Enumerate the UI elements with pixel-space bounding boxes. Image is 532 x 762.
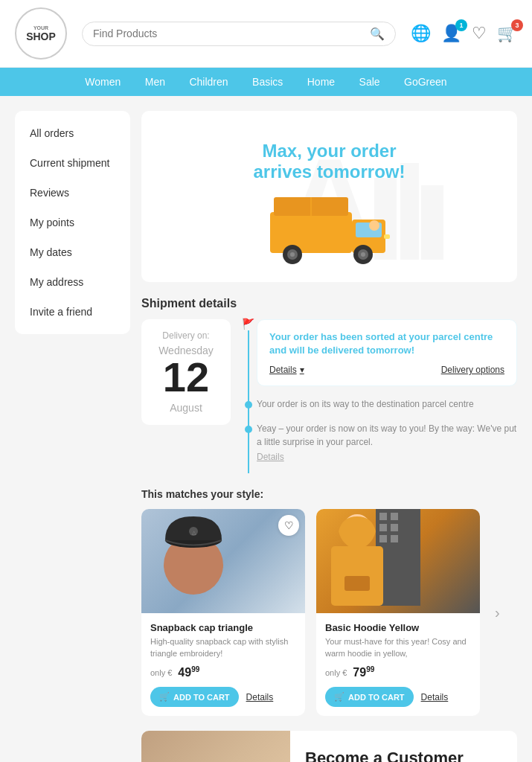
cart-badge: 3 [511, 19, 523, 31]
date-card: Delivery on: Wednesday 12 August [141, 319, 231, 425]
header-icons: 🌐 👤 1 ♡ 🛒 3 [411, 24, 517, 43]
price-cents-1: 99 [366, 665, 374, 673]
svg-rect-24 [379, 524, 387, 531]
price-label-1: only € [325, 668, 347, 677]
user-badge: 1 [455, 19, 467, 31]
svg-rect-25 [391, 524, 398, 531]
product-image-1 [316, 509, 480, 613]
product-price-row-1: only € 7999 [325, 665, 471, 679]
hoodie-illustration [316, 509, 420, 606]
cart-icon: 🛒 [159, 692, 170, 702]
carousel-next-arrow[interactable]: › [491, 601, 504, 625]
shipment-timeline: 🚩 Your order has been sorted at your par… [242, 319, 517, 473]
nav-home[interactable]: Home [307, 76, 335, 88]
order-status-text: arrives tomorrow! [156, 161, 502, 182]
price-label-0: only € [150, 668, 172, 677]
content-area: A Max, your order arrives tomorrow! [141, 111, 517, 762]
status-card: Your order has been sorted at your parce… [257, 319, 517, 386]
price-value-1: 7999 [353, 665, 374, 679]
add-to-cart-button-0[interactable]: 🛒 ADD TO CART [150, 687, 239, 707]
timeline-text-2: Yeay – your order is now on its way to y… [257, 422, 517, 449]
job-section: Become a Customer Happiness Manager We a… [141, 731, 517, 762]
product-price-row-0: only € 4999 [150, 665, 296, 679]
product-name-0: Snapback cap triangle [150, 622, 296, 633]
globe-icon-button[interactable]: 🌐 [411, 24, 431, 43]
status-card-links: Details ▾ Delivery options [269, 365, 504, 375]
greeting-text: Max, your order [156, 141, 502, 161]
product-details-link-0[interactable]: Details [246, 692, 274, 702]
svg-rect-27 [391, 535, 398, 542]
order-banner: A Max, your order arrives tomorrow! [141, 111, 517, 282]
cart-icon-button[interactable]: 🛒 3 [497, 24, 517, 43]
price-value-0: 4999 [178, 665, 199, 679]
timeline-details-link[interactable]: Details [257, 452, 517, 462]
products-title: This matches your style: [141, 488, 517, 500]
nav-men[interactable]: Men [145, 76, 165, 88]
month-name: August [156, 402, 216, 414]
nav-sale[interactable]: Sale [359, 76, 380, 88]
order-greeting: Max, your order arrives tomorrow! [156, 141, 502, 182]
nav-basics[interactable]: Basics [252, 76, 283, 88]
sidebar-item-current-shipment[interactable]: Current shipment [15, 148, 130, 178]
nav-women[interactable]: Women [85, 76, 121, 88]
status-message: Your order has been sorted at your parce… [269, 330, 504, 357]
add-to-cart-button-1[interactable]: 🛒 ADD TO CART [325, 687, 414, 707]
main-content: All orders Current shipment Reviews My p… [0, 96, 532, 762]
logo-your: YOUR [33, 25, 48, 31]
search-icon: 🔍 [370, 27, 385, 41]
products-section: This matches your style: [141, 488, 517, 716]
sidebar-item-my-address[interactable]: My address [15, 267, 130, 297]
timeline-item-active: 🚩 Your order has been sorted at your par… [257, 319, 517, 386]
svg-point-7 [369, 220, 379, 231]
details-link[interactable]: Details ▾ [269, 365, 304, 375]
timeline-dot-2 [245, 426, 252, 433]
product-info-0: Snapback cap triangle High-quality snapb… [141, 613, 305, 716]
timeline-item-1: Your order is on its way to the destinat… [257, 397, 517, 411]
nav-gogreen[interactable]: GoGreen [404, 76, 447, 88]
products-carousel: △ ♡ Snapback cap triangle High-quality s… [141, 509, 517, 716]
chevron-down-icon: ▾ [300, 365, 304, 375]
svg-rect-23 [391, 513, 398, 520]
product-actions-1: 🛒 ADD TO CART Details [325, 687, 471, 707]
shipment-section: Shipment details Delivery on: Wednesday … [141, 297, 517, 473]
delivery-label: Delivery on: [156, 330, 216, 341]
product-actions-0: 🛒 ADD TO CART Details [150, 687, 296, 707]
cart-icon-1: 🛒 [334, 692, 344, 702]
sidebar: All orders Current shipment Reviews My p… [15, 111, 130, 334]
product-name-1: Basic Hoodie Yellow [325, 622, 471, 633]
product-card-0: △ ♡ Snapback cap triangle High-quality s… [141, 509, 305, 716]
job-content: Become a Customer Happiness Manager We a… [290, 731, 517, 762]
sidebar-item-invite-friend[interactable]: Invite a friend [15, 297, 130, 327]
product-card-1: Basic Hoodie Yellow Your must-have for t… [316, 509, 480, 716]
timeline-text-1: Your order is on its way to the destinat… [257, 397, 517, 411]
job-title: Become a Customer Happiness Manager [305, 749, 502, 762]
snapback-illustration: △ [141, 509, 246, 606]
sidebar-item-all-orders[interactable]: All orders [15, 118, 130, 148]
logo: YOUR SHOP [15, 7, 67, 60]
svg-rect-30 [344, 576, 370, 591]
search-input[interactable] [93, 28, 370, 39]
delivery-options-link[interactable]: Delivery options [441, 365, 504, 375]
svg-point-15 [361, 252, 365, 257]
svg-rect-26 [379, 535, 387, 542]
timeline-item-2: Yeay – your order is now on its way to y… [257, 422, 517, 462]
search-bar: 🔍 [82, 22, 396, 46]
price-cents-0: 99 [191, 665, 199, 673]
date-number: 12 [156, 356, 216, 398]
nav-children[interactable]: Children [189, 76, 228, 88]
truck-svg [263, 190, 397, 264]
shipment-content: Delivery on: Wednesday 12 August 🚩 Your … [141, 319, 517, 473]
sidebar-item-my-dates[interactable]: My dates [15, 237, 130, 267]
sidebar-item-my-points[interactable]: My points [15, 208, 130, 237]
user-icon-button[interactable]: 👤 1 [441, 24, 461, 43]
sidebar-item-reviews[interactable]: Reviews [15, 178, 130, 208]
svg-rect-22 [379, 513, 387, 520]
wishlist-button-0[interactable]: ♡ [278, 515, 299, 536]
job-image [141, 731, 290, 762]
product-image-0: △ ♡ [141, 509, 305, 613]
product-details-link-1[interactable]: Details [421, 692, 449, 702]
flag-icon: 🚩 [242, 318, 254, 330]
product-desc-1: Your must-have for this year! Cosy and w… [325, 636, 471, 659]
header: YOUR SHOP 🔍 🌐 👤 1 ♡ 🛒 3 [0, 0, 532, 68]
wishlist-icon-button[interactable]: ♡ [472, 24, 487, 43]
